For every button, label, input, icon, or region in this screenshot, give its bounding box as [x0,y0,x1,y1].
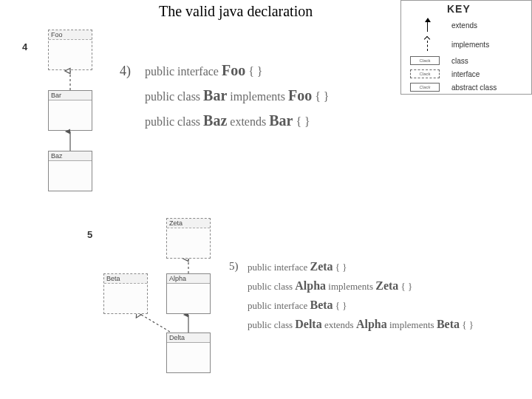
legend-arrow-dash [404,37,446,52]
page-title: The valid java declaration [159,3,313,20]
code-line: public interface Foo { } [145,62,263,79]
legend-box-class: Clack [404,56,446,65]
legend-label: class [451,57,468,65]
code-line: public class Alpha implements Zeta { } [248,279,412,293]
hw-number-4: 4) [120,64,131,79]
code-line: public class Delta extends Alpha impleme… [248,318,474,331]
legend-row-implements: implements [401,35,531,54]
uml-box-label: Beta [104,274,147,284]
uml-box-label: Baz [49,151,92,161]
uml-box-label: Bar [49,91,92,100]
uml-box-label: Zeta [167,219,210,228]
uml-box-foo: Foo [48,30,92,70]
hw-number-5: 5) [229,260,239,273]
legend-header: KEY [401,1,531,16]
arrow-delta-beta [139,313,174,334]
diagram-number-4: 4 [22,41,27,52]
code-line: public class Baz extends Bar { } [145,112,310,129]
legend-arrow-solid [404,18,446,33]
legend-row-interface: Clack interface [401,67,531,81]
legend-label: extends [451,21,477,30]
uml-box-label: Delta [167,333,210,343]
uml-box-baz: Baz [48,151,92,191]
uml-box-bar: Bar [48,90,92,131]
code-line: public interface Beta { } [248,299,347,312]
uml-box-alpha: Alpha [166,273,211,314]
legend-panel: KEY extends implements Clack class Clack… [400,0,532,95]
legend-box-interface: Clack [404,69,446,78]
uml-box-delta: Delta [166,332,211,373]
uml-box-zeta: Zeta [166,218,211,259]
uml-box-label: Alpha [167,274,210,284]
diagram-number-5: 5 [87,229,92,240]
uml-box-beta: Beta [103,273,148,314]
uml-box-label: Foo [49,30,92,40]
legend-box-abstract: Clack [404,83,446,92]
legend-row-abstract: Clack abstract class [401,81,531,94]
code-line: public class Bar implements Foo { } [145,87,330,104]
legend-label: interface [451,70,480,78]
legend-row-class: Clack class [401,54,531,67]
legend-label: abstract class [451,83,497,92]
legend-label: implements [451,41,489,49]
legend-row-extends: extends [401,16,531,35]
code-line: public interface Zeta { } [248,260,347,273]
